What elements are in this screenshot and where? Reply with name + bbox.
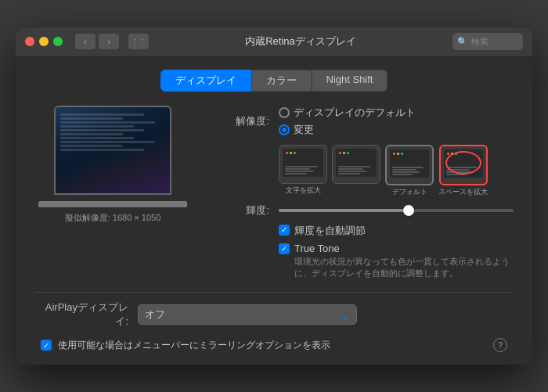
- res-card-medium1[interactable]: [332, 145, 380, 197]
- brightness-slider[interactable]: [279, 209, 514, 212]
- resolution-custom-option[interactable]: 変更: [279, 123, 416, 137]
- true-tone-checkmark-icon: ✓: [281, 245, 287, 253]
- laptop-base: [38, 201, 187, 207]
- resolution-row: 解像度: ディスプレイのデフォルト 変更: [207, 106, 514, 137]
- forward-button[interactable]: ›: [99, 34, 119, 49]
- res-card-larger[interactable]: 文字を拡大: [279, 145, 327, 197]
- traffic-lights: [25, 37, 63, 46]
- search-placeholder: 検索: [471, 36, 489, 48]
- mirror-checkmark-icon: ✓: [43, 341, 49, 350]
- close-button[interactable]: [25, 37, 34, 46]
- mirror-label: 使用可能な場合はメニューバーにミラーリングオプションを表示: [58, 339, 493, 352]
- resolution-custom-radio[interactable]: [279, 124, 290, 135]
- brightness-thumb[interactable]: [403, 205, 414, 216]
- airplay-row: AirPlayディスプレイ: オフ ⌄: [34, 300, 514, 329]
- resolution-cards: 文字を拡大: [279, 145, 514, 197]
- window-title: 内蔵Retinaディスプレイ: [155, 34, 446, 49]
- tab-color[interactable]: カラー: [251, 70, 312, 92]
- checkmark-icon: ✓: [281, 226, 287, 234]
- res-card-larger-label: 文字を拡大: [286, 185, 321, 196]
- bottom-section: AirPlayディスプレイ: オフ ⌄ ✓ 使用可能な場合はメニューバーにミラー…: [34, 292, 514, 352]
- resolution-default-label: ディスプレイのデフォルト: [294, 106, 416, 120]
- res-card-default-label: デフォルト: [392, 187, 427, 197]
- minimize-button[interactable]: [39, 37, 49, 46]
- airplay-label: AirPlayディスプレイ:: [34, 300, 128, 329]
- fullscreen-button[interactable]: [53, 37, 63, 46]
- resolution-label: 解像度:: [207, 114, 269, 128]
- back-button[interactable]: ‹: [75, 34, 96, 49]
- airplay-dropdown[interactable]: オフ ⌄: [138, 304, 357, 325]
- airplay-value: オフ: [145, 307, 165, 322]
- mirror-checkbox[interactable]: ✓: [41, 340, 52, 351]
- laptop-preview: [38, 106, 187, 207]
- dropdown-arrow-icon: ⌄: [340, 307, 350, 322]
- search-icon: 🔍: [457, 37, 468, 47]
- auto-brightness-checkbox[interactable]: ✓: [279, 225, 290, 236]
- true-tone-row: ✓ True Tone 環境光の状況が異なっても色が一貫して表示されるように、デ…: [279, 243, 514, 280]
- laptop-screen: [54, 106, 171, 195]
- nav-buttons: ‹ ›: [75, 34, 119, 49]
- left-panel: 擬似解像度: 1680 × 1050: [34, 106, 191, 282]
- resolution-custom-label: 変更: [294, 123, 314, 137]
- brightness-row: 輝度:: [207, 203, 514, 218]
- brightness-label: 輝度:: [207, 203, 269, 218]
- content-area: ディスプレイ カラー Night Shift: [16, 57, 532, 365]
- true-tone-label: True Tone: [294, 243, 514, 254]
- res-card-more-space-label: スペースを拡大: [438, 187, 488, 197]
- tab-display[interactable]: ディスプレイ: [160, 70, 251, 92]
- mirror-row: ✓ 使用可能な場合はメニューバーにミラーリングオプションを表示 ?: [34, 338, 514, 352]
- grid-button[interactable]: ⋮⋮: [128, 34, 149, 49]
- tabs-container: ディスプレイ カラー Night Shift: [34, 70, 514, 92]
- true-tone-description: 環境光の状況が異なっても色が一貫して表示されるように、ディスプレイを自動的に調整…: [294, 256, 514, 280]
- right-panel: 解像度: ディスプレイのデフォルト 変更: [207, 106, 514, 282]
- true-tone-checkbox[interactable]: ✓: [279, 243, 290, 254]
- resolution-default-option[interactable]: ディスプレイのデフォルト: [279, 106, 416, 120]
- tab-nightshift[interactable]: Night Shift: [312, 70, 388, 92]
- help-button[interactable]: ?: [493, 338, 507, 352]
- auto-brightness-row: ✓ 輝度を自動調節: [279, 224, 514, 238]
- resolution-display: 擬似解像度: 1680 × 1050: [65, 212, 161, 224]
- brightness-fill: [279, 209, 408, 212]
- res-card-default[interactable]: デフォルト: [385, 145, 434, 197]
- res-card-more-space[interactable]: スペースを拡大: [438, 145, 488, 197]
- search-box[interactable]: 🔍 検索: [452, 33, 523, 50]
- resolution-default-radio[interactable]: [279, 107, 290, 118]
- main-window: ‹ › ⋮⋮ 内蔵Retinaディスプレイ 🔍 検索 ディスプレイ カラー Ni…: [16, 27, 532, 365]
- titlebar: ‹ › ⋮⋮ 内蔵Retinaディスプレイ 🔍 検索: [16, 27, 532, 57]
- main-area: 擬似解像度: 1680 × 1050 解像度: ディスプレイのデフォルト 変更: [34, 106, 514, 282]
- auto-brightness-label: 輝度を自動調節: [294, 224, 366, 238]
